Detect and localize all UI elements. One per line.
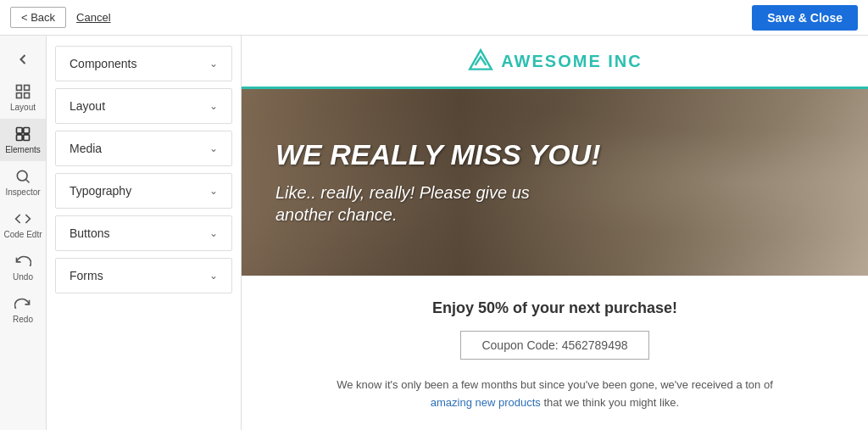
sidebar-item-code-editor[interactable]: Code Edtr xyxy=(0,204,46,246)
brand-logo-icon xyxy=(467,47,494,75)
panel-layout-label: Layout xyxy=(70,99,105,113)
hero-subtitle: Like.. really, really! Please give us an… xyxy=(275,181,581,226)
panel-buttons-label: Buttons xyxy=(70,226,109,240)
body-text-part1: We know it's only been a few months but … xyxy=(337,378,773,391)
email-hero: WE REALLY MISS YOU! Like.. really, reall… xyxy=(242,89,868,276)
hero-content: WE REALLY MISS YOU! Like.. really, reall… xyxy=(275,139,600,225)
icon-sidebar: Layout Elements Inspector xyxy=(0,36,47,430)
chevron-down-icon: ⌄ xyxy=(209,185,218,197)
panel-forms-label: Forms xyxy=(70,269,103,282)
sidebar-undo-label: Undo xyxy=(13,272,33,282)
chevron-left-icon xyxy=(14,51,31,68)
sidebar-item-undo[interactable]: Undo xyxy=(0,246,46,288)
brand-name: AWESOME INC xyxy=(501,52,642,71)
svg-rect-7 xyxy=(24,135,30,141)
chevron-down-icon: ⌄ xyxy=(209,100,218,112)
inspector-icon xyxy=(14,168,31,185)
panel-item-components[interactable]: Components ⌄ xyxy=(55,46,232,81)
sidebar-elements-label: Elements xyxy=(5,145,41,154)
sidebar-collapse-button[interactable] xyxy=(0,42,46,76)
panel-components-label: Components xyxy=(70,57,136,70)
svg-rect-4 xyxy=(17,128,23,134)
layout-icon xyxy=(14,83,31,100)
body-paragraph: We know it's only been a few months but … xyxy=(335,377,776,412)
svg-rect-6 xyxy=(17,135,23,141)
panel-media-label: Media xyxy=(70,142,102,155)
coupon-box: Coupon Code: 4562789498 xyxy=(460,331,648,360)
sidebar-layout-label: Layout xyxy=(10,103,36,112)
body-text-part2: that we think you might like. xyxy=(541,396,679,409)
brand-logo: AWESOME INC xyxy=(242,47,868,75)
body-text-highlight: amazing new products xyxy=(431,396,541,409)
sidebar-code-label: Code Edtr xyxy=(3,230,42,239)
main-area: Layout Elements Inspector xyxy=(0,36,868,430)
undo-icon xyxy=(14,253,31,270)
sidebar-item-redo[interactable]: Redo xyxy=(0,288,46,331)
code-icon xyxy=(14,210,31,227)
svg-marker-10 xyxy=(470,50,492,69)
save-close-button[interactable]: Save & Close xyxy=(752,5,858,31)
enjoy-text: Enjoy 50% of your next purchase! xyxy=(275,299,834,317)
hero-title: WE REALLY MISS YOU! xyxy=(275,139,600,170)
panel-item-typography[interactable]: Typography ⌄ xyxy=(55,173,232,209)
sidebar-item-layout[interactable]: Layout xyxy=(0,76,46,119)
chevron-down-icon: ⌄ xyxy=(209,227,218,239)
redo-icon xyxy=(14,295,31,312)
sidebar-redo-label: Redo xyxy=(13,315,33,324)
svg-rect-5 xyxy=(24,128,30,134)
email-body: Enjoy 50% of your next purchase! Coupon … xyxy=(242,276,868,430)
canvas-area: AWESOME INC WE REALLY MISS YOU! Like.. r… xyxy=(242,36,868,430)
svg-rect-0 xyxy=(17,86,22,91)
sidebar-item-inspector[interactable]: Inspector xyxy=(0,161,46,204)
svg-rect-1 xyxy=(25,86,30,91)
back-button[interactable]: < Back xyxy=(10,7,66,28)
panel-item-layout[interactable]: Layout ⌄ xyxy=(55,88,232,124)
chevron-down-icon: ⌄ xyxy=(209,142,218,154)
email-preview: AWESOME INC WE REALLY MISS YOU! Like.. r… xyxy=(242,36,868,430)
svg-rect-2 xyxy=(17,93,22,98)
cancel-link[interactable]: Cancel xyxy=(76,11,110,24)
elements-icon xyxy=(14,126,31,142)
email-header: AWESOME INC xyxy=(242,36,868,89)
svg-point-8 xyxy=(17,170,27,181)
top-bar: < Back Cancel Save & Close xyxy=(0,0,868,36)
chevron-down-icon: ⌄ xyxy=(209,270,218,282)
panel-item-buttons[interactable]: Buttons ⌄ xyxy=(55,215,232,251)
panel-item-forms[interactable]: Forms ⌄ xyxy=(55,258,232,293)
chevron-down-icon: ⌄ xyxy=(209,58,218,70)
panel-typography-label: Typography xyxy=(70,184,131,198)
sidebar-item-elements[interactable]: Elements xyxy=(0,119,46,161)
svg-rect-3 xyxy=(25,93,30,98)
top-bar-left: < Back Cancel xyxy=(10,7,111,28)
sidebar-inspector-label: Inspector xyxy=(5,187,40,197)
svg-line-9 xyxy=(26,180,30,183)
elements-panel: Components ⌄ Layout ⌄ Media ⌄ Typography… xyxy=(47,36,242,430)
panel-item-media[interactable]: Media ⌄ xyxy=(55,131,232,166)
